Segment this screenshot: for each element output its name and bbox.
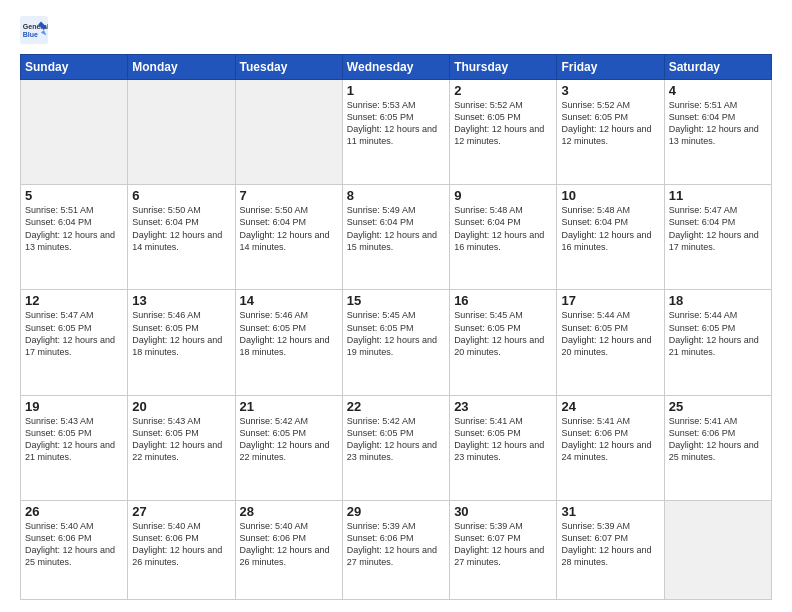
day-info: Sunrise: 5:41 AMSunset: 6:06 PMDaylight:… [669, 415, 767, 464]
day-number: 14 [240, 293, 338, 308]
day-number: 10 [561, 188, 659, 203]
calendar-cell: 3Sunrise: 5:52 AMSunset: 6:05 PMDaylight… [557, 80, 664, 185]
day-number: 7 [240, 188, 338, 203]
day-info: Sunrise: 5:43 AMSunset: 6:05 PMDaylight:… [132, 415, 230, 464]
day-info: Sunrise: 5:39 AMSunset: 6:07 PMDaylight:… [454, 520, 552, 569]
weekday-header-wednesday: Wednesday [342, 55, 449, 80]
day-number: 5 [25, 188, 123, 203]
calendar-cell: 15Sunrise: 5:45 AMSunset: 6:05 PMDayligh… [342, 290, 449, 395]
calendar-cell [664, 500, 771, 599]
day-number: 26 [25, 504, 123, 519]
calendar-cell: 14Sunrise: 5:46 AMSunset: 6:05 PMDayligh… [235, 290, 342, 395]
header: General Blue [20, 16, 772, 44]
day-info: Sunrise: 5:53 AMSunset: 6:05 PMDaylight:… [347, 99, 445, 148]
day-info: Sunrise: 5:48 AMSunset: 6:04 PMDaylight:… [561, 204, 659, 253]
day-info: Sunrise: 5:45 AMSunset: 6:05 PMDaylight:… [454, 309, 552, 358]
day-number: 27 [132, 504, 230, 519]
day-number: 21 [240, 399, 338, 414]
day-info: Sunrise: 5:41 AMSunset: 6:06 PMDaylight:… [561, 415, 659, 464]
calendar-cell: 7Sunrise: 5:50 AMSunset: 6:04 PMDaylight… [235, 185, 342, 290]
weekday-header-saturday: Saturday [664, 55, 771, 80]
logo-icon: General Blue [20, 16, 48, 44]
day-info: Sunrise: 5:52 AMSunset: 6:05 PMDaylight:… [454, 99, 552, 148]
week-row-3: 12Sunrise: 5:47 AMSunset: 6:05 PMDayligh… [21, 290, 772, 395]
calendar-table: SundayMondayTuesdayWednesdayThursdayFrid… [20, 54, 772, 600]
day-number: 24 [561, 399, 659, 414]
day-number: 6 [132, 188, 230, 203]
day-number: 9 [454, 188, 552, 203]
day-info: Sunrise: 5:51 AMSunset: 6:04 PMDaylight:… [25, 204, 123, 253]
day-number: 15 [347, 293, 445, 308]
calendar-cell: 26Sunrise: 5:40 AMSunset: 6:06 PMDayligh… [21, 500, 128, 599]
day-info: Sunrise: 5:45 AMSunset: 6:05 PMDaylight:… [347, 309, 445, 358]
calendar-cell: 13Sunrise: 5:46 AMSunset: 6:05 PMDayligh… [128, 290, 235, 395]
day-number: 23 [454, 399, 552, 414]
calendar-cell: 12Sunrise: 5:47 AMSunset: 6:05 PMDayligh… [21, 290, 128, 395]
calendar-cell: 1Sunrise: 5:53 AMSunset: 6:05 PMDaylight… [342, 80, 449, 185]
day-number: 19 [25, 399, 123, 414]
calendar-cell: 21Sunrise: 5:42 AMSunset: 6:05 PMDayligh… [235, 395, 342, 500]
weekday-header-tuesday: Tuesday [235, 55, 342, 80]
day-info: Sunrise: 5:40 AMSunset: 6:06 PMDaylight:… [240, 520, 338, 569]
day-info: Sunrise: 5:41 AMSunset: 6:05 PMDaylight:… [454, 415, 552, 464]
logo: General Blue [20, 16, 54, 44]
calendar-cell: 11Sunrise: 5:47 AMSunset: 6:04 PMDayligh… [664, 185, 771, 290]
day-info: Sunrise: 5:43 AMSunset: 6:05 PMDaylight:… [25, 415, 123, 464]
day-info: Sunrise: 5:39 AMSunset: 6:06 PMDaylight:… [347, 520, 445, 569]
calendar-cell [235, 80, 342, 185]
calendar-cell: 25Sunrise: 5:41 AMSunset: 6:06 PMDayligh… [664, 395, 771, 500]
weekday-header-monday: Monday [128, 55, 235, 80]
calendar-cell: 22Sunrise: 5:42 AMSunset: 6:05 PMDayligh… [342, 395, 449, 500]
calendar-cell: 27Sunrise: 5:40 AMSunset: 6:06 PMDayligh… [128, 500, 235, 599]
day-info: Sunrise: 5:48 AMSunset: 6:04 PMDaylight:… [454, 204, 552, 253]
calendar-cell: 19Sunrise: 5:43 AMSunset: 6:05 PMDayligh… [21, 395, 128, 500]
calendar-cell: 10Sunrise: 5:48 AMSunset: 6:04 PMDayligh… [557, 185, 664, 290]
day-number: 8 [347, 188, 445, 203]
week-row-2: 5Sunrise: 5:51 AMSunset: 6:04 PMDaylight… [21, 185, 772, 290]
calendar-cell: 24Sunrise: 5:41 AMSunset: 6:06 PMDayligh… [557, 395, 664, 500]
day-number: 4 [669, 83, 767, 98]
day-number: 22 [347, 399, 445, 414]
svg-text:Blue: Blue [23, 31, 38, 38]
day-number: 16 [454, 293, 552, 308]
day-number: 3 [561, 83, 659, 98]
calendar-cell: 18Sunrise: 5:44 AMSunset: 6:05 PMDayligh… [664, 290, 771, 395]
day-number: 31 [561, 504, 659, 519]
calendar-cell: 17Sunrise: 5:44 AMSunset: 6:05 PMDayligh… [557, 290, 664, 395]
calendar-cell: 23Sunrise: 5:41 AMSunset: 6:05 PMDayligh… [450, 395, 557, 500]
day-info: Sunrise: 5:42 AMSunset: 6:05 PMDaylight:… [347, 415, 445, 464]
week-row-4: 19Sunrise: 5:43 AMSunset: 6:05 PMDayligh… [21, 395, 772, 500]
calendar-cell: 29Sunrise: 5:39 AMSunset: 6:06 PMDayligh… [342, 500, 449, 599]
day-number: 30 [454, 504, 552, 519]
day-info: Sunrise: 5:47 AMSunset: 6:04 PMDaylight:… [669, 204, 767, 253]
day-number: 29 [347, 504, 445, 519]
day-number: 11 [669, 188, 767, 203]
day-info: Sunrise: 5:44 AMSunset: 6:05 PMDaylight:… [669, 309, 767, 358]
day-number: 18 [669, 293, 767, 308]
day-info: Sunrise: 5:50 AMSunset: 6:04 PMDaylight:… [240, 204, 338, 253]
calendar-cell: 6Sunrise: 5:50 AMSunset: 6:04 PMDaylight… [128, 185, 235, 290]
day-info: Sunrise: 5:46 AMSunset: 6:05 PMDaylight:… [240, 309, 338, 358]
day-number: 25 [669, 399, 767, 414]
calendar-cell: 20Sunrise: 5:43 AMSunset: 6:05 PMDayligh… [128, 395, 235, 500]
calendar-cell [21, 80, 128, 185]
day-info: Sunrise: 5:52 AMSunset: 6:05 PMDaylight:… [561, 99, 659, 148]
day-info: Sunrise: 5:50 AMSunset: 6:04 PMDaylight:… [132, 204, 230, 253]
day-info: Sunrise: 5:40 AMSunset: 6:06 PMDaylight:… [25, 520, 123, 569]
weekday-header-thursday: Thursday [450, 55, 557, 80]
week-row-1: 1Sunrise: 5:53 AMSunset: 6:05 PMDaylight… [21, 80, 772, 185]
day-number: 28 [240, 504, 338, 519]
weekday-header-sunday: Sunday [21, 55, 128, 80]
day-number: 13 [132, 293, 230, 308]
page: General Blue SundayMondayTuesdayWednesda… [0, 0, 792, 612]
day-number: 12 [25, 293, 123, 308]
day-info: Sunrise: 5:42 AMSunset: 6:05 PMDaylight:… [240, 415, 338, 464]
day-info: Sunrise: 5:39 AMSunset: 6:07 PMDaylight:… [561, 520, 659, 569]
calendar-cell [128, 80, 235, 185]
calendar-cell: 16Sunrise: 5:45 AMSunset: 6:05 PMDayligh… [450, 290, 557, 395]
weekday-header-friday: Friday [557, 55, 664, 80]
calendar-cell: 9Sunrise: 5:48 AMSunset: 6:04 PMDaylight… [450, 185, 557, 290]
calendar-cell: 5Sunrise: 5:51 AMSunset: 6:04 PMDaylight… [21, 185, 128, 290]
day-info: Sunrise: 5:44 AMSunset: 6:05 PMDaylight:… [561, 309, 659, 358]
week-row-5: 26Sunrise: 5:40 AMSunset: 6:06 PMDayligh… [21, 500, 772, 599]
